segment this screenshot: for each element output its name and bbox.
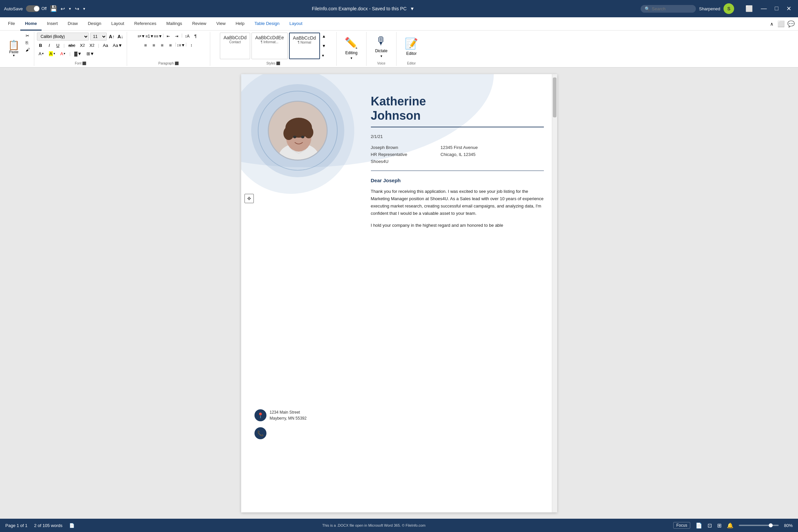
tab-help[interactable]: Help xyxy=(231,17,249,31)
maximize-button[interactable]: □ xyxy=(772,4,781,13)
tab-table-design[interactable]: Table Design xyxy=(250,17,284,31)
view-icon-3[interactable]: ⊞ xyxy=(717,522,722,529)
share-icon[interactable]: ⬜ xyxy=(777,20,785,27)
font-size-select[interactable]: 11 xyxy=(90,33,107,41)
search-box[interactable]: 🔍 xyxy=(641,5,696,13)
text-direction-button[interactable]: ↕ xyxy=(188,41,195,49)
styles-scroll-up[interactable]: ▲ ▼ ▾ xyxy=(321,33,327,59)
focus-button[interactable]: Focus xyxy=(673,522,690,529)
bold-button[interactable]: B xyxy=(37,41,44,49)
notifications-icon[interactable]: 🔔 xyxy=(727,522,734,529)
align-left-button[interactable]: ≡ xyxy=(142,41,149,49)
page-info: Page 1 of 1 xyxy=(5,523,27,528)
tab-layout[interactable]: Layout xyxy=(107,17,129,31)
paste-button[interactable]: 📋 Paste ▼ xyxy=(5,33,22,65)
tab-review[interactable]: Review xyxy=(188,17,211,31)
view-icon-2[interactable]: ⊡ xyxy=(707,522,712,529)
text-color-button[interactable]: A▼ xyxy=(58,50,68,57)
tab-draw[interactable]: Draw xyxy=(63,17,82,31)
dictate-dropdown[interactable]: ▼ xyxy=(380,55,383,58)
paste-dropdown[interactable]: ▼ xyxy=(12,54,15,57)
comment-icon[interactable]: 💬 xyxy=(787,20,795,27)
copy-button[interactable]: ⎘ xyxy=(24,40,31,46)
bullets-button[interactable]: ≡•▼ xyxy=(138,33,145,40)
align-right-button[interactable]: ≡ xyxy=(158,41,166,49)
collapse-ribbon[interactable]: ∧ xyxy=(770,21,773,26)
font-name-select[interactable]: Calibri (Body) xyxy=(37,33,89,41)
justify-button[interactable]: ≡ xyxy=(167,41,174,49)
borders-button2[interactable]: ⊞▼ xyxy=(85,50,96,57)
view-icon-1[interactable]: 📄 xyxy=(695,522,702,529)
styles-expand[interactable]: ⬛ xyxy=(276,61,280,65)
tab-home[interactable]: Home xyxy=(20,17,41,31)
clear-format-button[interactable]: Aa xyxy=(101,41,110,49)
letter-date: 2/1/21 xyxy=(371,134,544,139)
editing-button[interactable]: ✏️ Editing ▼ xyxy=(341,33,361,64)
show-marks-button[interactable]: ¶ xyxy=(192,33,199,40)
underline-button[interactable]: U xyxy=(54,41,61,49)
editor-button[interactable]: 📝 Editor xyxy=(402,33,422,60)
style-information[interactable]: AaBbCcDdEe ¶ Informat... xyxy=(252,33,287,59)
right-statusbar: Focus 📄 ⊡ ⊞ 🔔 80% xyxy=(673,522,793,529)
proofing-icon[interactable]: 📄 xyxy=(69,523,75,528)
indent-decrease-button[interactable]: ⇤ xyxy=(165,33,172,40)
tab-references[interactable]: References xyxy=(129,17,161,31)
subscript-button[interactable]: X2 xyxy=(78,41,87,49)
copyright-text: This is a .DOCX file open in Microsoft W… xyxy=(81,524,667,527)
undo-dropdown[interactable]: ▼ xyxy=(68,7,72,11)
undo-button[interactable]: ↩ xyxy=(60,6,65,12)
font-grow-button[interactable]: A↑ xyxy=(108,33,115,40)
svg-point-7 xyxy=(293,136,296,138)
tab-layout-2[interactable]: Layout xyxy=(285,17,307,31)
address-item-phone: 📞 xyxy=(255,427,307,439)
letter-body[interactable]: Thank you for receiving this application… xyxy=(371,188,544,229)
search-input[interactable] xyxy=(652,6,692,11)
tab-view[interactable]: View xyxy=(211,17,230,31)
styles-group: AaBbCcDd Contact AaBbCcDdEe ¶ Informat..… xyxy=(210,32,337,66)
close-button[interactable]: ✕ xyxy=(784,4,794,13)
redo-button[interactable]: ↪ xyxy=(75,6,79,12)
move-handle[interactable]: ✥ xyxy=(244,194,254,203)
restore-button[interactable]: ⬜ xyxy=(743,4,756,13)
toggle-switch[interactable] xyxy=(26,5,40,12)
font-shrink-button[interactable]: A↓ xyxy=(117,33,124,40)
line-spacing-button[interactable]: ↕≡▼ xyxy=(177,41,185,49)
user-avatar[interactable]: S xyxy=(723,3,734,14)
scroll-thumb[interactable] xyxy=(553,77,557,117)
tab-file[interactable]: File xyxy=(3,17,20,31)
indent-increase-button[interactable]: ⇥ xyxy=(173,33,180,40)
save-icon[interactable]: 💾 xyxy=(50,5,57,12)
quick-access-dropdown[interactable]: ▼ xyxy=(82,7,86,11)
italic-button[interactable]: I xyxy=(45,41,53,49)
strikethrough-button[interactable]: abc xyxy=(67,41,77,49)
font-expand[interactable]: ⬛ xyxy=(82,61,86,65)
sort-button[interactable]: ↕A xyxy=(184,33,191,40)
tab-design[interactable]: Design xyxy=(83,17,106,31)
format-painter-button[interactable]: 🖌 xyxy=(24,46,31,53)
case-button[interactable]: Aa▼ xyxy=(111,41,124,49)
title-dropdown[interactable]: ▼ xyxy=(410,6,414,11)
shading-button[interactable]: ▓▼ xyxy=(73,50,83,57)
document-page[interactable]: ✥ 📍 1234 Main Street Mayberry, MN 55392 … xyxy=(241,74,557,512)
zoom-slider[interactable] xyxy=(739,525,779,526)
tab-mailings[interactable]: Mailings xyxy=(162,17,187,31)
autosave-toggle[interactable]: Off xyxy=(26,5,47,12)
font-color-button[interactable]: A▼ xyxy=(37,50,46,57)
tab-insert[interactable]: Insert xyxy=(42,17,62,31)
multilevel-button[interactable]: ≡≡▼ xyxy=(154,33,162,40)
align-center-button[interactable]: ≡ xyxy=(150,41,157,49)
highlight-color-button[interactable]: A▼ xyxy=(47,50,58,57)
cut-button[interactable]: ✂ xyxy=(24,33,31,39)
dictate-button[interactable]: 🎙 Dictate ▼ xyxy=(372,33,391,60)
address-text: 1234 Main Street Mayberry, MN 55392 xyxy=(270,409,307,421)
styles-expand-button[interactable]: ▾ xyxy=(322,53,326,58)
dictate-icon: 🎙 xyxy=(376,35,387,47)
scrollbar[interactable] xyxy=(552,74,557,512)
editing-dropdown[interactable]: ▼ xyxy=(350,57,353,60)
minimize-button[interactable]: — xyxy=(758,4,769,13)
style-normal[interactable]: AaBbCcDd ¶ Normal xyxy=(289,33,320,59)
style-contact[interactable]: AaBbCcDd Contact xyxy=(220,33,250,59)
superscript-button[interactable]: X2 xyxy=(88,41,96,49)
para-expand[interactable]: ⬛ xyxy=(174,61,179,65)
numbering-button[interactable]: ≡1▼ xyxy=(146,33,153,40)
